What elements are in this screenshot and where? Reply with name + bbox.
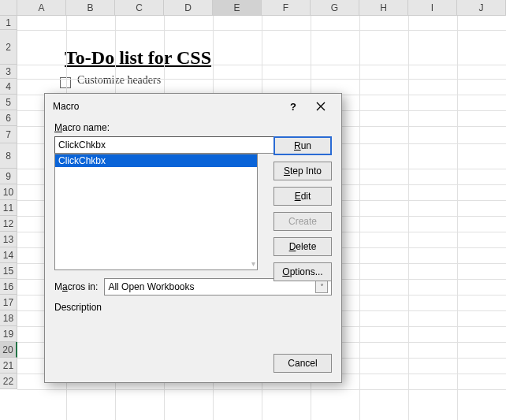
column-header-B[interactable]: B: [66, 0, 115, 16]
column-headers: ABCDEFGHIJ: [17, 0, 506, 16]
row-header-22[interactable]: 22: [0, 374, 17, 389]
macro-name-label: Macro name:: [54, 122, 110, 133]
row-header-14[interactable]: 14: [0, 247, 17, 263]
column-header-F[interactable]: F: [262, 0, 311, 16]
row-header-18[interactable]: 18: [0, 310, 17, 326]
macros-in-label: Macros in:: [54, 281, 98, 292]
dialog-title: Macro: [53, 101, 281, 112]
column-header-J[interactable]: J: [457, 0, 506, 16]
column-header-I[interactable]: I: [408, 0, 457, 16]
macro-list-item[interactable]: ClickChkbx: [55, 154, 257, 167]
step-into-button[interactable]: Step Into: [273, 162, 332, 180]
column-header-H[interactable]: H: [359, 0, 408, 16]
column-header-A[interactable]: A: [17, 0, 66, 16]
edit-button[interactable]: Edit: [273, 187, 332, 206]
scroll-indicator-icon: ▾: [251, 259, 255, 268]
column-header-E[interactable]: E: [213, 0, 262, 16]
row-header-4[interactable]: 4: [0, 79, 17, 95]
description-label: Description: [54, 302, 102, 313]
run-button[interactable]: Run: [273, 136, 332, 155]
dialog-titlebar[interactable]: Macro ?: [45, 94, 341, 119]
select-all-corner[interactable]: [0, 0, 17, 16]
row-header-3[interactable]: 3: [0, 65, 17, 79]
chevron-down-icon: ˅: [315, 281, 328, 293]
row-header-21[interactable]: 21: [0, 358, 17, 374]
row-header-20[interactable]: 20: [0, 342, 17, 358]
options-button[interactable]: Options...: [273, 262, 332, 281]
close-icon: [316, 102, 326, 111]
cancel-button[interactable]: Cancel: [273, 354, 332, 373]
help-button[interactable]: ?: [281, 95, 305, 117]
macro-name-input[interactable]: [54, 136, 310, 154]
checkbox-1-label: Customize headers: [77, 74, 161, 87]
macros-in-value: All Open Workbooks: [108, 281, 194, 292]
row-header-7[interactable]: 7: [0, 126, 17, 143]
row-header-2[interactable]: 2: [0, 30, 17, 65]
row-headers: 12345678910111213141516171819202122: [0, 16, 17, 420]
close-button[interactable]: [305, 95, 337, 117]
row-header-8[interactable]: 8: [0, 143, 17, 169]
row-header-19[interactable]: 19: [0, 326, 17, 342]
row-header-6[interactable]: 6: [0, 110, 17, 126]
column-header-C[interactable]: C: [115, 0, 164, 16]
macro-list[interactable]: ClickChkbx▾: [54, 154, 258, 270]
row-header-5[interactable]: 5: [0, 95, 17, 110]
row-header-9[interactable]: 9: [0, 169, 17, 184]
row-header-15[interactable]: 15: [0, 263, 17, 279]
row-header-12[interactable]: 12: [0, 216, 17, 232]
row-header-17[interactable]: 17: [0, 295, 17, 310]
row-header-10[interactable]: 10: [0, 184, 17, 200]
macro-dialog: Macro ? Macro name: ClickChkbx▾ Macros i…: [44, 93, 342, 383]
row-header-16[interactable]: 16: [0, 279, 17, 295]
column-header-G[interactable]: G: [311, 0, 359, 16]
delete-button[interactable]: Delete: [273, 237, 332, 256]
description-area: [54, 319, 332, 351]
column-header-D[interactable]: D: [164, 0, 213, 16]
row-header-1[interactable]: 1: [0, 16, 17, 30]
row-header-11[interactable]: 11: [0, 200, 17, 216]
create-button: Create: [273, 212, 332, 231]
row-header-13[interactable]: 13: [0, 232, 17, 247]
